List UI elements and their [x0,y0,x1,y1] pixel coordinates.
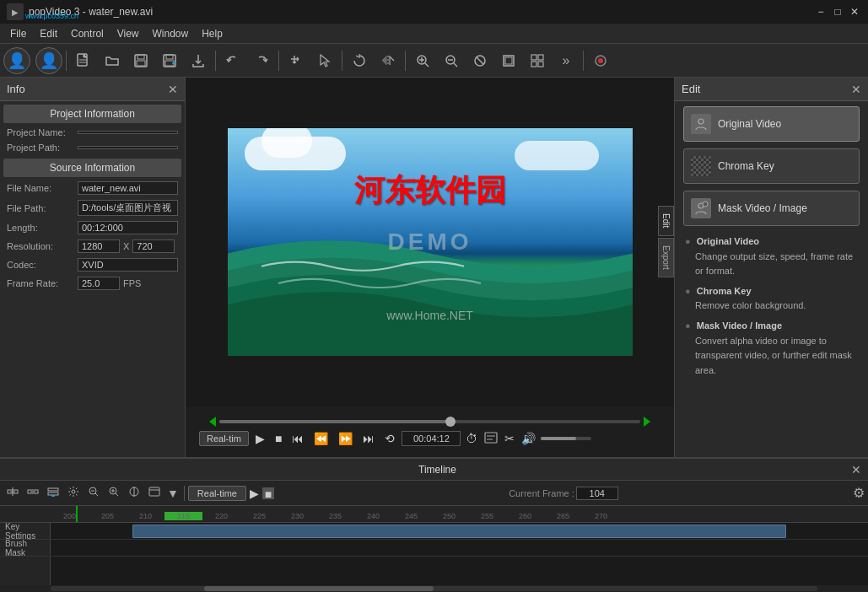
edit-panel-close[interactable]: ✕ [851,83,861,96]
scrollbar-track[interactable] [51,586,817,591]
tl-settings-button[interactable] [64,484,83,502]
toolbar-zoomin-button[interactable] [409,47,436,74]
seek-handle[interactable] [445,417,456,427]
zoomout-icon [444,53,459,68]
volume-icon[interactable]: 🔊 [520,430,537,447]
close-button[interactable]: ✕ [848,5,861,19]
file-path-label: File Path: [7,203,74,213]
toolbar-pan-button[interactable] [283,47,310,74]
toolbar-rotate-button[interactable] [346,47,373,74]
toolbar-grid-button[interactable] [524,47,551,74]
track-content-brushmask[interactable] [51,540,868,556]
export-icon [191,53,206,68]
edit-option-chroma[interactable]: Chroma Key [683,148,860,184]
tl-zoom-in-button[interactable] [105,484,123,502]
seek-end-marker[interactable] [644,417,650,427]
svg-rect-38 [48,492,58,495]
tl-snap-button[interactable] [125,484,143,502]
scrollbar-thumb[interactable] [204,586,434,591]
menu-view[interactable]: View [111,26,146,41]
clock-icon[interactable]: ⏱ [464,430,479,447]
tl-zoom-out-button[interactable] [84,484,103,502]
tl-realtime-button[interactable]: Real-time [188,486,246,501]
ruler-mark-1: 205 [89,512,127,520]
redo-icon [254,53,269,68]
ruler-mark-8: 240 [354,512,392,520]
menu-edit[interactable]: Edit [33,26,64,41]
menu-file[interactable]: File [3,26,33,41]
current-frame-label: Current Frame : [509,488,574,498]
vtab-export[interactable]: Export [658,238,674,277]
forward-button[interactable]: ⏩ [335,430,356,447]
timeline-close-button[interactable]: ✕ [851,463,861,476]
track-content-keysettings[interactable] [51,523,868,539]
toolbar-zoomout-button[interactable] [438,47,465,74]
toolbar-save-button[interactable] [127,47,154,74]
track-content-empty[interactable] [51,557,868,585]
loop-button[interactable]: ⟲ [381,430,398,447]
caption-button[interactable] [483,430,499,448]
menu-window[interactable]: Window [146,26,196,41]
toolbar-more-button[interactable]: » [553,47,580,74]
info-panel-close[interactable]: ✕ [168,83,178,96]
prev-button[interactable]: ⏮ [288,430,307,447]
cut-button[interactable]: ✂ [503,430,516,447]
ruler-mark-6: 230 [278,512,316,520]
toolbar-undo-button[interactable] [219,47,246,74]
toolbar-open-button[interactable] [99,47,126,74]
toolbar-fitscreen-button[interactable] [495,47,522,74]
toolbar-reset-button[interactable] [466,47,493,74]
play-button[interactable]: ▶ [252,430,268,447]
menu-help[interactable]: Help [195,26,229,41]
toolbar-select-button[interactable] [311,47,338,74]
new-icon [76,53,91,68]
seek-start-marker[interactable] [209,417,216,427]
edit-option-original[interactable]: Original Video [683,106,860,142]
frame-value-input[interactable] [576,487,618,500]
toolbar-saveas-button[interactable] [156,47,183,74]
toolbar-sep-3 [278,51,279,71]
toolbar-flip-button[interactable] [375,47,402,74]
rewind-button[interactable]: ⏪ [310,430,332,447]
toolbar-export-button[interactable] [185,47,212,74]
original-video-icon [691,114,711,134]
tl-remove-key-button[interactable] [24,484,42,502]
svg-rect-23 [538,55,543,60]
window-controls: − □ ✕ [814,5,861,19]
timeline-ruler: 200 205 210 215 220 225 230 235 240 245 … [0,506,868,523]
framerate-label: Frame Rate: [7,278,74,288]
svg-point-31 [698,119,704,124]
realtime-mode-button[interactable]: Real-tim [199,431,249,446]
tl-stop-button[interactable]: ■ [262,487,274,499]
toolbar-redo-button[interactable] [248,47,275,74]
tl-play-button[interactable]: ▶ [250,487,259,500]
tl-extra-button[interactable] [145,484,164,502]
undo-icon [225,53,240,68]
stop-button[interactable]: ■ [272,430,285,447]
seek-bar[interactable] [219,420,640,423]
source-info-header: Source Information [3,159,181,177]
fps-unit: FPS [123,278,141,288]
vtab-edit[interactable]: Edit [658,206,674,235]
file-path-value: D:/tools/桌面图片音视 [78,200,178,216]
rotate-icon [352,53,367,68]
svg-rect-25 [538,62,543,67]
track-block-keysettings [132,525,786,538]
track-row-brushmask: Brush Mask [0,540,868,557]
tl-add-dropdown-button[interactable]: ▼ [165,487,181,500]
tl-add-key-button[interactable] [3,484,22,502]
toolbar-new-button[interactable] [70,47,97,74]
volume-slider[interactable] [541,437,591,440]
tl-add-track-button[interactable] [44,484,62,502]
maximize-button[interactable]: □ [831,5,844,19]
resolution-x: X [123,241,129,251]
menu-control[interactable]: Control [64,26,111,41]
edit-option-mask[interactable]: Mask Video / Image [683,191,860,226]
toolbar-sep-4 [342,51,342,71]
next-button[interactable]: ⏭ [359,430,378,447]
minimize-button[interactable]: − [814,5,828,19]
timecode-input[interactable] [402,431,461,446]
tl-settings-right-button[interactable]: ⚙ [853,485,865,501]
open-icon [105,53,120,68]
toolbar-record-button[interactable] [587,47,614,74]
